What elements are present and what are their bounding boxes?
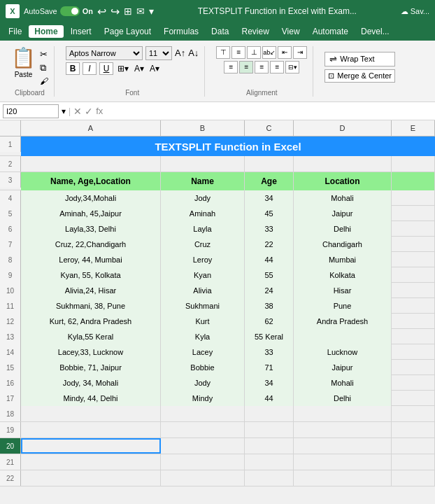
cell-14e[interactable] <box>392 344 435 360</box>
menu-view[interactable]: View <box>276 25 306 38</box>
font-color-icon[interactable]: A▾ <box>148 62 161 75</box>
cell-11a[interactable]: Sukhmani, 38, Pune <box>21 298 161 314</box>
header-c[interactable]: Age <box>245 172 294 190</box>
cell-5c[interactable]: 45 <box>245 206 294 221</box>
cell-reference-input[interactable] <box>3 104 59 118</box>
cell-11e[interactable] <box>392 298 435 314</box>
cell-8a[interactable]: Leroy, 44, Mumbai <box>21 252 161 267</box>
cell-11b[interactable]: Sukhmani <box>161 298 245 314</box>
font-name-select[interactable]: Aptos Narrow <box>66 46 143 60</box>
underline-button[interactable]: U <box>99 62 113 75</box>
menu-file[interactable]: File <box>3 25 27 38</box>
fill-color-icon[interactable]: A▾ <box>133 62 145 75</box>
cell-17d[interactable]: Delhi <box>294 391 392 406</box>
cell-21b[interactable] <box>161 454 245 470</box>
cell-19d[interactable] <box>294 422 392 438</box>
align-center-button[interactable]: ≡ <box>239 61 253 74</box>
cut-icon[interactable]: ✂ <box>40 49 48 59</box>
cell-7e[interactable] <box>392 237 435 252</box>
cell-6c[interactable]: 33 <box>245 221 294 237</box>
spreadsheet-title[interactable]: TEXTSPLIT Function in Excel <box>21 136 435 156</box>
cell-2e[interactable] <box>392 156 435 172</box>
cell-21c[interactable] <box>245 454 294 470</box>
cell-2a[interactable] <box>21 156 161 172</box>
col-header-e[interactable]: E <box>392 120 435 136</box>
autosave-toggle[interactable] <box>60 6 80 16</box>
grid-icon[interactable]: ⊞ <box>124 6 132 17</box>
cell-6d[interactable]: Delhi <box>294 221 392 237</box>
cell-9c[interactable]: 55 <box>245 267 294 283</box>
cell-22b[interactable] <box>161 470 245 486</box>
cell-15e[interactable] <box>392 360 435 375</box>
header-b[interactable]: Name <box>161 172 245 190</box>
cell-2b[interactable] <box>161 156 245 172</box>
wrap-text-button[interactable]: ⇌ Wrap Text <box>325 52 395 66</box>
text-direction-button[interactable]: ab↙ <box>262 46 276 59</box>
cell-9e[interactable] <box>392 267 435 283</box>
cell-22c[interactable] <box>245 470 294 486</box>
cell-17b[interactable]: Mindy <box>161 391 245 406</box>
align-bottom-button[interactable]: ⊥ <box>247 46 261 59</box>
cell-16e[interactable] <box>392 375 435 391</box>
cell-5a[interactable]: Aminah, 45,Jaipur <box>21 206 161 221</box>
cell-18e[interactable] <box>392 406 435 421</box>
cell-2d[interactable] <box>294 156 392 172</box>
align-left-button[interactable]: ≡ <box>224 61 238 74</box>
cell-11d[interactable]: Pune <box>294 298 392 314</box>
cell-15c[interactable]: 71 <box>245 360 294 375</box>
cell-15a[interactable]: Bobbie, 71, Jaipur <box>21 360 161 375</box>
indent-decrease-button[interactable]: ⇤ <box>278 46 292 59</box>
cell-12e[interactable] <box>392 314 435 329</box>
cell-22a[interactable] <box>21 470 161 486</box>
copy-icon[interactable]: ⧉ <box>40 62 48 74</box>
cell-13b[interactable]: Kyla <box>161 329 245 344</box>
cell-13c[interactable]: 55 Keral <box>245 329 294 344</box>
col-header-b[interactable]: B <box>161 120 245 136</box>
menu-page-layout[interactable]: Page Layout <box>99 25 157 38</box>
menu-formulas[interactable]: Formulas <box>158 25 204 38</box>
cell-13a[interactable]: Kyla,55 Keral <box>21 329 161 344</box>
cell-15b[interactable]: Bobbie <box>161 360 245 375</box>
format-painter-icon[interactable]: 🖌 <box>40 76 48 86</box>
cell-6a[interactable]: Layla,33, Delhi <box>21 221 161 237</box>
cell-4a[interactable]: Jody,34,Mohali <box>21 190 161 206</box>
col-header-c[interactable]: C <box>245 120 294 136</box>
align-top-button[interactable]: ⊤ <box>216 46 230 59</box>
cell-21e[interactable] <box>392 454 435 470</box>
cell-20c[interactable] <box>245 438 294 454</box>
formula-dropdown-icon[interactable]: ▾ <box>62 106 66 116</box>
merge-center-button[interactable]: ⊡ Merge & Center <box>325 69 395 83</box>
cell-21d[interactable] <box>294 454 392 470</box>
cell-7c[interactable]: 22 <box>245 237 294 252</box>
cell-10c[interactable]: 24 <box>245 283 294 298</box>
cell-2c[interactable] <box>245 156 294 172</box>
cell-20a[interactable] <box>21 438 161 454</box>
cell-15d[interactable]: Jaipur <box>294 360 392 375</box>
align-middle-button[interactable]: ≡ <box>231 46 245 59</box>
cell-13d[interactable] <box>294 329 392 344</box>
cell-17c[interactable]: 44 <box>245 391 294 406</box>
paste-button[interactable]: 📋 Paste <box>11 46 36 78</box>
increase-font-icon[interactable]: A↑ <box>175 48 185 58</box>
cell-19c[interactable] <box>245 422 294 438</box>
confirm-icon[interactable]: ✓ <box>85 106 93 117</box>
align-justify-button[interactable]: ≡ <box>270 61 284 74</box>
cell-17a[interactable]: Mindy, 44, Delhi <box>21 391 161 406</box>
email-icon[interactable]: ✉ <box>136 6 145 17</box>
cell-20b[interactable] <box>161 438 245 454</box>
function-icon[interactable]: fx <box>96 106 103 116</box>
cell-10d[interactable]: Hisar <box>294 283 392 298</box>
cell-12c[interactable]: 62 <box>245 314 294 329</box>
menu-develop[interactable]: Devel... <box>355 25 395 38</box>
cell-12a[interactable]: Kurt, 62, Andra Pradesh <box>21 314 161 329</box>
cell-12d[interactable]: Andra Pradesh <box>294 314 392 329</box>
cell-14d[interactable]: Lucknow <box>294 344 392 360</box>
col-header-d[interactable]: D <box>294 120 392 136</box>
bold-button[interactable]: B <box>66 62 80 75</box>
cell-6b[interactable]: Layla <box>161 221 245 237</box>
cell-8d[interactable]: Mumbai <box>294 252 392 267</box>
cell-11c[interactable]: 38 <box>245 298 294 314</box>
cell-7d[interactable]: Chandigarh <box>294 237 392 252</box>
cell-16a[interactable]: Jody, 34, Mohali <box>21 375 161 391</box>
indent-increase-button[interactable]: ⇥ <box>293 46 307 59</box>
